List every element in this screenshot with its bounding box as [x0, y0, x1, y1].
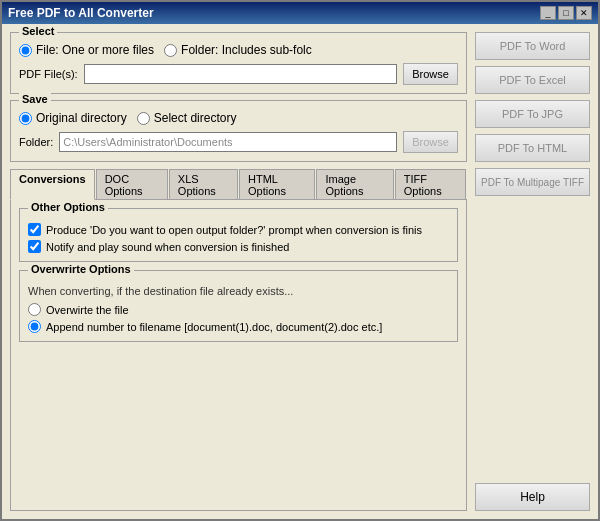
- file-radio[interactable]: [19, 44, 32, 57]
- folder-radio[interactable]: [164, 44, 177, 57]
- right-panel: PDF To Word PDF To Excel PDF To JPG PDF …: [475, 32, 590, 511]
- tab-content-conversions: Other Options Produce 'Do you want to op…: [10, 199, 467, 511]
- select-dir-label: Select directory: [154, 111, 237, 125]
- produce-prompt-label: Produce 'Do you want to open output fold…: [46, 224, 422, 236]
- tab-bar: Conversions DOC Options XLS Options HTML…: [10, 168, 467, 199]
- left-panel: Select File: One or more files Folder: I…: [10, 32, 467, 511]
- append-number-radio[interactable]: [28, 320, 41, 333]
- pdf-files-input[interactable]: [84, 64, 397, 84]
- overwrite-options-title: Overwrirte Options: [28, 263, 134, 275]
- tab-doc[interactable]: DOC Options: [96, 169, 168, 200]
- save-group-title: Save: [19, 93, 51, 105]
- overwrite-file-radio[interactable]: [28, 303, 41, 316]
- append-number-label: Append number to filename [document(1).d…: [46, 321, 382, 333]
- folder-radio-group: Folder: Includes sub-folc: [164, 43, 312, 57]
- file-radio-group: File: One or more files: [19, 43, 154, 57]
- tab-conversions[interactable]: Conversions: [10, 169, 95, 200]
- pdf-files-label: PDF File(s):: [19, 68, 78, 80]
- folder-browse-button[interactable]: Browse: [403, 131, 458, 153]
- notify-sound-checkbox[interactable]: [28, 240, 41, 253]
- window-controls: _ □ ✕: [540, 6, 592, 20]
- pdf-to-jpg-button[interactable]: PDF To JPG: [475, 100, 590, 128]
- pdf-to-html-button[interactable]: PDF To HTML: [475, 134, 590, 162]
- pdf-to-excel-button[interactable]: PDF To Excel: [475, 66, 590, 94]
- original-dir-radio[interactable]: [19, 112, 32, 125]
- other-options-group: Other Options Produce 'Do you want to op…: [19, 208, 458, 262]
- title-bar: Free PDF to All Converter _ □ ✕: [2, 2, 598, 24]
- overwrite-options-group: Overwrirte Options When converting, if t…: [19, 270, 458, 342]
- produce-prompt-checkbox[interactable]: [28, 223, 41, 236]
- maximize-button[interactable]: □: [558, 6, 574, 20]
- original-dir-radio-group: Original directory: [19, 111, 127, 125]
- tab-image[interactable]: Image Options: [316, 169, 393, 200]
- tab-tiff[interactable]: TIFF Options: [395, 169, 466, 200]
- pdf-to-tiff-button[interactable]: PDF To Multipage TIFF: [475, 168, 590, 196]
- folder-radio-label: Folder: Includes sub-folc: [181, 43, 312, 57]
- save-group: Save Original directory Select directory…: [10, 100, 467, 162]
- folder-label: Folder:: [19, 136, 53, 148]
- select-group-title: Select: [19, 25, 57, 37]
- file-radio-label: File: One or more files: [36, 43, 154, 57]
- minimize-button[interactable]: _: [540, 6, 556, 20]
- select-dir-radio-group: Select directory: [137, 111, 237, 125]
- pdf-to-word-button[interactable]: PDF To Word: [475, 32, 590, 60]
- folder-input[interactable]: [59, 132, 397, 152]
- overwrite-file-label: Overwirte the file: [46, 304, 129, 316]
- pdf-browse-button[interactable]: Browse: [403, 63, 458, 85]
- select-group: Select File: One or more files Folder: I…: [10, 32, 467, 94]
- original-dir-label: Original directory: [36, 111, 127, 125]
- help-button[interactable]: Help: [475, 483, 590, 511]
- window-title: Free PDF to All Converter: [8, 6, 154, 20]
- select-dir-radio[interactable]: [137, 112, 150, 125]
- other-options-title: Other Options: [28, 201, 108, 213]
- overwrite-text: When converting, if the destination file…: [28, 285, 449, 297]
- tab-xls[interactable]: XLS Options: [169, 169, 238, 200]
- tabs-container: Conversions DOC Options XLS Options HTML…: [10, 168, 467, 511]
- tab-html[interactable]: HTML Options: [239, 169, 315, 200]
- notify-sound-label: Notify and play sound when conversion is…: [46, 241, 289, 253]
- close-button[interactable]: ✕: [576, 6, 592, 20]
- main-window: Free PDF to All Converter _ □ ✕ Select F…: [0, 0, 600, 521]
